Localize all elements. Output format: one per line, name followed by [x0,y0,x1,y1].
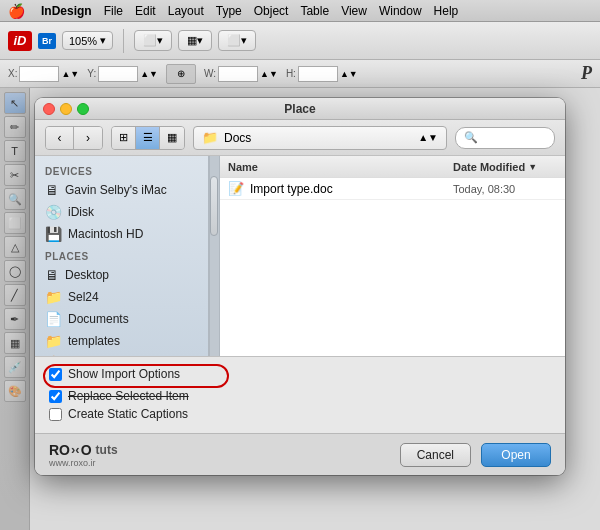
sidebar-item-idisk[interactable]: 💿 iDisk [35,201,208,223]
sidebar-item-sel24[interactable]: 📁 Sel24 [35,286,208,308]
align-tool[interactable]: ⊕ [166,64,196,84]
dialog-options: Show Import Options Replace Selected Ite… [35,356,565,433]
menu-layout[interactable]: Layout [168,4,204,18]
sidebar-item-documents[interactable]: 📄 Documents [35,308,208,330]
create-captions-label: Create Static Captions [68,407,188,421]
x-coord-group: X: ▲▼ [8,66,79,82]
replace-selected-checkbox[interactable] [49,390,62,403]
sidebar-item-templates-label: templates [68,334,120,348]
h-stepper[interactable]: ▲▼ [340,69,358,79]
sidebar-item-macintosh[interactable]: 💾 Macintosh HD [35,223,208,245]
nav-btn-group: ‹ › [45,126,103,150]
col-date[interactable]: Date Modified ▼ [445,161,565,173]
layout-btn[interactable]: ▦▾ [178,30,212,51]
file-name-cell: 📝 Import type.doc [220,181,445,196]
file-name: Import type.doc [250,182,333,196]
bridge-button[interactable]: Br [38,33,56,49]
cancel-button[interactable]: Cancel [400,443,471,467]
y-stepper[interactable]: ▲▼ [140,69,158,79]
create-captions-checkbox[interactable] [49,408,62,421]
zoom-control[interactable]: 105% ▾ [62,31,113,50]
dialog-bottombar: RO ›‹ O tuts www.roxo.ir Cancel Open [35,433,565,475]
zoom-arrow: ▾ [100,34,106,47]
search-icon: 🔍 [464,131,478,144]
replace-selected-row: Replace Selected Item [49,389,551,403]
dialog-overlay: Place ‹ › ⊞ ☰ ▦ 📁 Docs ▲▼ [0,88,600,530]
sidebar-item-desktop[interactable]: 🖥 Desktop [35,264,208,286]
menu-window[interactable]: Window [379,4,422,18]
ro-text: RO [49,442,70,458]
sort-arrow: ▼ [528,162,537,172]
zoom-value: 105% [69,35,97,47]
sidebar-item-templates[interactable]: 📁 templates [35,330,208,352]
forward-button[interactable]: › [74,127,102,149]
place-dialog: Place ‹ › ⊞ ☰ ▦ 📁 Docs ▲▼ [35,98,565,475]
idisk-icon: 💿 [45,204,62,220]
sidebar-item-imac-label: Gavin Selby's iMac [65,183,167,197]
file-list: Name Date Modified ▼ 📝 Import type.doc T… [220,156,565,356]
dialog-title: Place [284,102,315,116]
menubar: 🍎 InDesign File Edit Layout Type Object … [0,0,600,22]
documents-icon: 📄 [45,311,62,327]
col-name[interactable]: Name [220,161,445,173]
app-name[interactable]: InDesign [41,4,92,18]
x-input[interactable] [19,66,59,82]
open-button[interactable]: Open [481,443,551,467]
w-stepper[interactable]: ▲▼ [260,69,278,79]
sidebar-scrollbar[interactable] [209,156,219,356]
w-input[interactable] [218,66,258,82]
table-row[interactable]: 📝 Import type.doc Today, 08:30 [220,178,565,200]
menu-type[interactable]: Type [216,4,242,18]
menu-file[interactable]: File [104,4,123,18]
column-view-button[interactable]: ▦ [160,127,184,149]
menu-edit[interactable]: Edit [135,4,156,18]
icon-view-button[interactable]: ⊞ [112,127,136,149]
list-view-button[interactable]: ☰ [136,127,160,149]
replace-selected-label: Replace Selected Item [68,389,189,403]
stroke-btn[interactable]: ⬜▾ [218,30,256,51]
devices-header: DEVICES [35,160,208,179]
sidebar-item-sel24-label: Sel24 [68,290,99,304]
sidebar-item-idisk-label: iDisk [68,205,94,219]
sidebar-item-dropbox[interactable]: 📦 Dropbox [35,352,208,356]
sidebar-container: DEVICES 🖥 Gavin Selby's iMac 💿 iDisk 💾 M… [35,156,220,356]
menu-object[interactable]: Object [254,4,289,18]
macintosh-icon: 💾 [45,226,62,242]
h-coord-group: H: ▲▼ [286,66,358,82]
window-controls [43,103,89,115]
dialog-body: DEVICES 🖥 Gavin Selby's iMac 💿 iDisk 💾 M… [35,156,565,356]
sidebar-scroll-thumb [210,176,218,236]
secondary-toolbar: X: ▲▼ Y: ▲▼ ⊕ W: ▲▼ H: ▲▼ P [0,60,600,88]
w-label: W: [204,68,216,79]
arrow-symbol: ›‹ [71,442,80,457]
x-stepper[interactable]: ▲▼ [61,69,79,79]
menu-view[interactable]: View [341,4,367,18]
folder-icon: 📁 [202,130,218,145]
search-box[interactable]: 🔍 [455,127,555,149]
back-button[interactable]: ‹ [46,127,74,149]
menu-help[interactable]: Help [434,4,459,18]
file-list-header: Name Date Modified ▼ [220,156,565,178]
y-input[interactable] [98,66,138,82]
minimize-button[interactable] [60,103,72,115]
y-coord-group: Y: ▲▼ [87,66,158,82]
show-import-checkbox[interactable] [49,368,62,381]
tuts-text: tuts [96,443,118,457]
apple-menu[interactable]: 🍎 [8,3,25,19]
close-button[interactable] [43,103,55,115]
branding-logo: RO ›‹ O tuts [49,442,118,458]
y-label: Y: [87,68,96,79]
p-indicator: P [581,63,592,84]
show-import-wrapper: Show Import Options [49,367,180,385]
view-btn-group: ⊞ ☰ ▦ [111,126,185,150]
transform-btn[interactable]: ⬜▾ [134,30,172,51]
menu-table[interactable]: Table [300,4,329,18]
maximize-button[interactable] [77,103,89,115]
dialog-titlebar: Place [35,98,565,120]
h-input[interactable] [298,66,338,82]
folder-selector[interactable]: 📁 Docs ▲▼ [193,126,447,150]
sidebar-item-imac[interactable]: 🖥 Gavin Selby's iMac [35,179,208,201]
main-area: ↖ ✏ T ✂ 🔍 ⬜ △ ◯ ╱ ✒ ▦ 💉 🎨 Place [0,88,600,530]
branding: RO ›‹ O tuts www.roxo.ir [49,442,118,468]
h-label: H: [286,68,296,79]
